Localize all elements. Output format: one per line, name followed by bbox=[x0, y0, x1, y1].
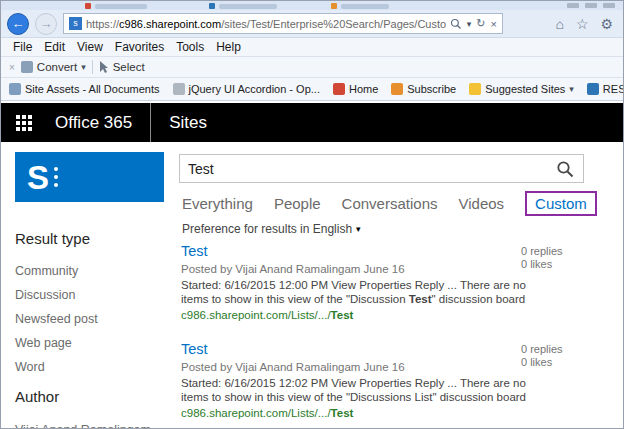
menu-help[interactable]: Help bbox=[210, 40, 247, 54]
menu-file[interactable]: File bbox=[7, 40, 38, 54]
maximize-button[interactable] bbox=[585, 3, 597, 8]
address-bar-row: ← → s https://c986.sharepoint.com/sites/… bbox=[1, 10, 623, 38]
sharepoint-logo-letter: S bbox=[27, 161, 49, 194]
result-snippet: Started: 6/16/2015 12:00 PM View Propert… bbox=[181, 278, 613, 306]
menu-tools[interactable]: Tools bbox=[170, 40, 210, 54]
refiner-discussion[interactable]: Discussion bbox=[15, 283, 175, 307]
forward-button[interactable]: → bbox=[35, 13, 57, 35]
favorites-star-icon[interactable]: ☆ bbox=[576, 16, 589, 32]
close-button[interactable] bbox=[603, 3, 615, 8]
favicon bbox=[173, 83, 185, 95]
tab-everything[interactable]: Everything bbox=[182, 195, 253, 212]
url-text: https://c986.sharepoint.com/sites/Test/E… bbox=[86, 18, 446, 30]
home-icon[interactable]: ⌂ bbox=[555, 16, 563, 32]
app-launcher-icon[interactable] bbox=[1, 103, 47, 142]
back-arrow-icon: ← bbox=[12, 16, 25, 31]
refiner-newsfeed-post[interactable]: Newsfeed post bbox=[15, 307, 175, 331]
search-button[interactable] bbox=[547, 160, 583, 178]
select-button[interactable]: Select bbox=[99, 61, 145, 73]
favorite-suggested-sites[interactable]: Suggested Sites▾ bbox=[469, 83, 574, 95]
forward-arrow-icon: → bbox=[40, 16, 53, 31]
tab-favicon bbox=[85, 3, 91, 9]
result-url-link[interactable]: c986.sharepoint.com/Lists/.../Test bbox=[181, 407, 613, 419]
tab-custom[interactable]: Custom bbox=[535, 195, 587, 212]
refiner-web-page[interactable]: Web page bbox=[15, 331, 175, 355]
replies-count: 0 replies bbox=[521, 343, 563, 356]
replies-count: 0 replies bbox=[521, 245, 563, 258]
site-favicon: s bbox=[69, 17, 82, 30]
address-bar[interactable]: s https://c986.sharepoint.com/sites/Test… bbox=[63, 13, 503, 34]
result-snippet: Started: 6/16/2015 12:02 PM View Propert… bbox=[181, 376, 613, 404]
clipped-tab[interactable] bbox=[95, 4, 147, 9]
favorite-rest-api[interactable]: REST API reference and s bbox=[587, 83, 623, 95]
convert-icon bbox=[21, 61, 33, 73]
menu-favorites[interactable]: Favorites bbox=[109, 40, 170, 54]
custom-tab-highlight: Custom bbox=[525, 191, 597, 216]
chevron-down-icon: ▾ bbox=[356, 224, 361, 234]
title-bar bbox=[1, 1, 623, 10]
result-stats: 0 replies 0 likes bbox=[521, 245, 563, 271]
favicon bbox=[391, 83, 403, 95]
back-button[interactable]: ← bbox=[7, 13, 29, 35]
refiner-word[interactable]: Word bbox=[15, 355, 175, 379]
settings-gear-icon[interactable]: ⚙ bbox=[600, 16, 613, 32]
search-result: Test Posted by Vijai Anand Ramalingam Ju… bbox=[181, 340, 613, 419]
refiner-author-vijai[interactable]: Vijai Anand Ramalingam bbox=[15, 418, 175, 429]
favicon bbox=[469, 83, 481, 95]
search-result: Test Posted by Vijai Anand Ramalingam Ju… bbox=[181, 242, 613, 321]
x-icon: × bbox=[9, 62, 15, 73]
convert-button[interactable]: Convert ▾ bbox=[21, 61, 86, 73]
browser-window: ← → s https://c986.sharepoint.com/sites/… bbox=[0, 0, 624, 429]
search-dropdown-icon[interactable]: ▾ bbox=[467, 19, 472, 29]
favicon bbox=[9, 83, 21, 95]
refresh-icon[interactable]: ↻ bbox=[476, 17, 485, 30]
chevron-down-icon: ▾ bbox=[81, 62, 86, 72]
sites-link[interactable]: Sites bbox=[169, 113, 207, 133]
favorites-bar: Site Assets - All Documents jQuery UI Ac… bbox=[1, 78, 623, 101]
sharepoint-logo: S bbox=[15, 152, 164, 202]
logo-dots bbox=[54, 167, 58, 187]
favicon bbox=[333, 83, 345, 95]
command-bar: × Convert ▾ Select bbox=[1, 57, 623, 78]
refiner-community[interactable]: Community bbox=[15, 259, 175, 283]
clipped-tab[interactable] bbox=[341, 4, 389, 9]
magnifier-icon bbox=[556, 160, 574, 178]
favorite-subscribe[interactable]: Subscribe bbox=[391, 83, 456, 95]
tab-videos[interactable]: Videos bbox=[458, 195, 504, 212]
office365-brand[interactable]: Office 365 bbox=[55, 113, 132, 133]
result-title-link[interactable]: Test bbox=[181, 243, 208, 260]
search-vertical-tabs: Everything People Conversations Videos C… bbox=[182, 195, 597, 212]
refiner-heading-author: Author bbox=[15, 388, 175, 405]
search-box bbox=[179, 154, 584, 183]
result-url-link[interactable]: c986.sharepoint.com/Lists/.../Test bbox=[181, 309, 613, 321]
stop-icon[interactable]: × bbox=[491, 18, 497, 30]
results-language-preference[interactable]: Preference for results in English ▾ bbox=[182, 222, 361, 236]
divider bbox=[150, 103, 151, 142]
favorite-home[interactable]: Home bbox=[333, 83, 378, 95]
result-stats: 0 replies 0 likes bbox=[521, 343, 563, 369]
tab-favicon bbox=[209, 3, 215, 9]
office365-suite-bar: Office 365 Sites bbox=[1, 103, 623, 142]
search-icon[interactable] bbox=[450, 18, 462, 30]
clipped-tab[interactable] bbox=[219, 4, 277, 9]
search-input[interactable] bbox=[180, 161, 547, 177]
result-title-link[interactable]: Test bbox=[181, 341, 208, 358]
divider bbox=[92, 60, 93, 74]
menu-view[interactable]: View bbox=[71, 40, 109, 54]
tab-conversations[interactable]: Conversations bbox=[342, 195, 438, 212]
tab-people[interactable]: People bbox=[274, 195, 321, 212]
refinement-panel: Result type Community Discussion Newsfee… bbox=[15, 230, 175, 429]
favicon bbox=[587, 83, 599, 95]
minimize-button[interactable] bbox=[567, 3, 579, 8]
menu-edit[interactable]: Edit bbox=[38, 40, 71, 54]
likes-count: 0 likes bbox=[521, 356, 563, 369]
tab-favicon bbox=[331, 3, 337, 9]
chevron-down-icon: ▾ bbox=[569, 84, 574, 94]
likes-count: 0 likes bbox=[521, 258, 563, 271]
cursor-icon bbox=[99, 61, 109, 73]
refiner-heading-result-type: Result type bbox=[15, 230, 175, 247]
page-content: S Everything People Conversations Videos… bbox=[1, 142, 623, 428]
favorite-jquery-accordion[interactable]: jQuery UI Accordion - Op... bbox=[173, 83, 320, 95]
favorite-site-assets[interactable]: Site Assets - All Documents bbox=[9, 83, 160, 95]
menu-bar: File Edit View Favorites Tools Help bbox=[1, 38, 623, 57]
